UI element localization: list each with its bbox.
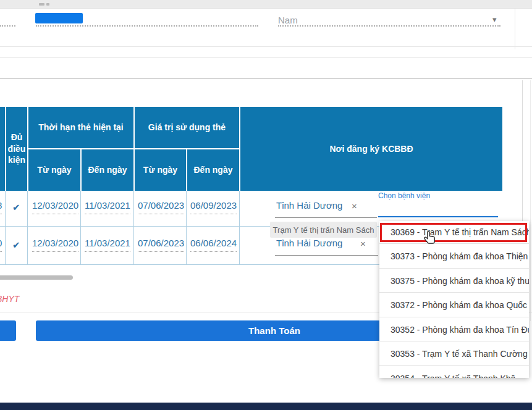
check-icon: ✔ xyxy=(12,202,20,213)
dropdown-item[interactable]: 30369 - Trạm Y tế thị trấn Nam Sách xyxy=(379,221,529,244)
horizontal-scrollbar[interactable] xyxy=(0,275,73,280)
column-header-to-date: Đến ngày xyxy=(82,149,133,191)
facility-input-underline xyxy=(275,255,378,256)
top-toolbar xyxy=(0,0,532,9)
clear-icon[interactable]: × xyxy=(352,201,357,211)
divider xyxy=(0,57,532,58)
cell-border xyxy=(133,191,134,264)
facility-input-underline xyxy=(275,217,377,218)
bottom-taskbar xyxy=(0,403,532,410)
form-card-border xyxy=(0,46,532,47)
term-to-cell[interactable]: 11/03/2021 xyxy=(85,200,130,211)
form-card-border xyxy=(515,9,515,49)
hospital-dropdown: 30369 - Trạm Y tế thị trấn Nam Sách 3037… xyxy=(379,221,529,378)
cell-border xyxy=(5,191,6,264)
selected-text-block[interactable] xyxy=(35,13,83,23)
card-number-fragment: 0 xyxy=(0,238,2,248)
hospital-tooltip: Trạm Y tế thị trấn Nam Sách xyxy=(270,222,377,238)
toolbar-glyph-icon xyxy=(46,3,49,6)
column-header-eligible: Đủ điều kiện xyxy=(5,107,28,191)
dropdown-item[interactable]: 30353 - Trạm Y tế xã Thanh Cường xyxy=(379,342,529,366)
column-header-from-date: Từ ngày xyxy=(135,149,186,191)
facility-input[interactable]: Tỉnh Hải Dương xyxy=(276,238,342,248)
table-header: Đủ điều kiện Thời hạn thẻ hiện tại Giá t… xyxy=(0,107,502,191)
column-header-card-validity: Giá trị sử dụng thẻ xyxy=(135,107,239,148)
chevron-down-icon[interactable]: ▾ xyxy=(492,15,497,24)
column-header-from-date: Từ ngày xyxy=(28,149,80,191)
dropdown-item[interactable]: 30373 - Phòng khám đa khoa Thiện Tâm xyxy=(379,245,529,269)
check-icon: ✔ xyxy=(12,240,20,251)
screen: Nam ▾ Đủ điều kiện Thời hạn thẻ hiện tại… xyxy=(0,0,532,410)
cell-border xyxy=(239,191,240,264)
dropdown-item[interactable]: 30352 - Phòng khám đa khoa Tín Đức (C xyxy=(379,318,529,341)
dropdown-item[interactable]: 30354 - Trạm Y tế xã Thanh Khê xyxy=(379,366,529,378)
cell-border xyxy=(80,191,81,264)
clear-icon[interactable]: × xyxy=(360,238,366,249)
cell-border xyxy=(186,191,187,264)
card-number-fragment: 8 xyxy=(0,200,2,211)
secondary-button[interactable] xyxy=(0,320,16,341)
bhyt-note-label: BHYT xyxy=(0,294,19,304)
dropdown-item[interactable]: 30372 - Phòng khám đa khoa Quốc tế Th xyxy=(379,293,529,317)
facility-input[interactable]: Tỉnh Hải Dương xyxy=(276,200,342,211)
divider xyxy=(0,78,532,79)
toolbar-glyph-icon xyxy=(39,3,44,6)
term-to-cell[interactable]: 11/03/2021 xyxy=(85,238,130,248)
panel-border xyxy=(530,80,531,321)
valid-from-cell[interactable]: 07/06/2023 xyxy=(138,238,184,248)
cursor-hand-icon xyxy=(423,230,437,249)
gender-field-underline[interactable] xyxy=(278,25,500,27)
hospital-picker-label: Chọn bệnh viện xyxy=(378,191,430,200)
cell-border xyxy=(27,191,28,264)
valid-to-cell[interactable]: 06/06/2024 xyxy=(190,238,237,248)
gender-select-value[interactable]: Nam xyxy=(278,15,298,25)
column-header-registration-place: Nơi đăng ký KCBBĐ xyxy=(240,107,502,191)
term-from-cell[interactable]: 12/03/2020 xyxy=(32,238,78,248)
valid-to-cell[interactable]: 06/09/2023 xyxy=(190,200,237,211)
dropdown-item[interactable]: 30375 - Phòng khám đa khoa kỹ thuật cao xyxy=(379,269,529,293)
hospital-picker-input[interactable] xyxy=(378,216,498,217)
term-from-cell[interactable]: 12/03/2020 xyxy=(32,200,78,211)
column-header-card-term: Thời hạn thẻ hiện tại xyxy=(28,107,133,148)
valid-from-cell[interactable]: 07/06/2023 xyxy=(138,200,184,211)
column-header-to-date: Đến ngày xyxy=(187,149,239,191)
name-field-underline[interactable] xyxy=(36,25,258,27)
field-underline xyxy=(0,25,15,27)
